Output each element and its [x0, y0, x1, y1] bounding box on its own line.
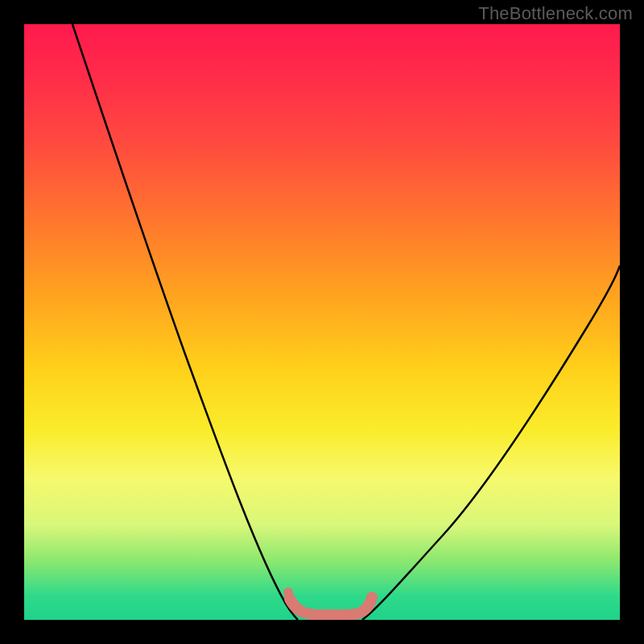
curve-right-branch	[362, 266, 620, 620]
curve-left-branch	[72, 24, 298, 620]
watermark-text: TheBottleneck.com	[478, 3, 633, 24]
valley-marker	[290, 597, 372, 615]
chart-frame: TheBottleneck.com	[0, 0, 644, 644]
valley-marker-dot	[283, 588, 293, 597]
chart-svg	[24, 24, 620, 620]
chart-plot-area	[24, 24, 620, 620]
